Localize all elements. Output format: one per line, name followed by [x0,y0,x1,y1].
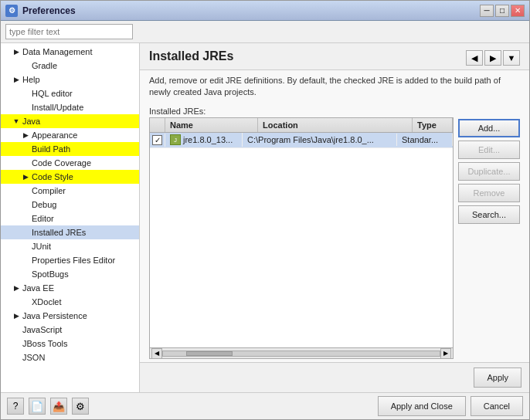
row-type: Standar... [397,134,453,146]
sidebar-item-installed-jres[interactable]: Installed JREs [1,225,139,239]
help-icon[interactable]: ? [7,398,24,415]
sidebar-item-label: Data Management [22,47,93,56]
scroll-right-button[interactable]: ▶ [440,348,451,359]
window-title: Preferences [22,5,480,16]
search-button[interactable]: Search... [458,205,520,224]
right-action-buttons: Add... Edit... Duplicate... Remove Searc… [458,117,520,359]
sidebar-item-build-path[interactable]: Build Path [1,142,139,156]
edit-button[interactable]: Edit... [458,141,520,159]
nav-buttons: ◀ ▶ ▼ [466,50,520,66]
sidebar-item-label: Java [22,117,40,126]
sidebar-item-help[interactable]: ▶ Help [1,73,139,86]
jre-name-cell: J jre1.8.0_13... [170,134,237,145]
expand-arrow [12,325,21,334]
remove-button[interactable]: Remove [458,184,520,202]
sidebar-item-spotbugs[interactable]: SpotBugs [1,267,139,281]
sidebar-item-label: Code Style [32,172,73,181]
expand-arrow [21,186,30,195]
sidebar-item-label: Build Path [32,144,70,154]
sidebar-item-label: SpotBugs [32,269,69,279]
table-header: Name Location Type [150,118,453,133]
forward-button[interactable]: ▶ [484,50,501,66]
close-button[interactable]: ✕ [511,5,525,17]
sidebar-item-debug[interactable]: Debug [1,198,139,212]
th-type[interactable]: Type [413,118,453,132]
sidebar-item-java-persistence[interactable]: ▶ Java Persistence [1,309,139,323]
export-icon[interactable]: 📄 [29,398,46,415]
apply-bar: Apply [140,362,529,392]
cancel-button[interactable]: Cancel [471,396,523,416]
sidebar-item-label: XDoclet [32,297,62,307]
sidebar-item-label: Java Persistence [22,311,87,320]
maximize-button[interactable]: □ [495,5,509,17]
sidebar-item-json[interactable]: JSON [1,351,139,364]
expand-arrow [21,103,30,112]
sidebar-item-gradle[interactable]: Gradle [1,59,139,73]
sidebar-item-editor[interactable]: Editor [1,212,139,225]
sidebar-item-javascript[interactable]: JavaScript [1,323,139,337]
sidebar-item-label: JBoss Tools [22,339,68,348]
sidebar-item-label: Code Coverage [32,158,91,168]
expand-arrow: ▶ [21,130,30,140]
expand-arrow: ▶ [12,75,21,84]
back-button[interactable]: ◀ [466,50,483,66]
apply-and-close-button[interactable]: Apply and Close [378,396,466,416]
scrollbar-thumb[interactable] [186,351,233,356]
expand-arrow: ▶ [12,311,21,320]
sidebar-item-install-update[interactable]: Install/Update [1,100,139,114]
jre-area: Name Location Type ✓ J jre1 [140,117,529,362]
sidebar-item-label: JUnit [32,242,51,251]
jre-table: Name Location Type ✓ J jre1 [149,117,454,359]
horizontal-scrollbar[interactable]: ◀ ▶ [150,347,453,358]
body-area: ▶ Data Management Gradle ▶ Help HQL edit… [1,43,529,392]
sidebar-item-label: Java EE [22,283,54,293]
sidebar-item-code-style[interactable]: ▶ Code Style [1,170,139,184]
sidebar-item-label: Installed JREs [32,228,86,237]
preferences-window: ⚙ Preferences ─ □ ✕ ▶ Data Management Gr… [0,0,530,420]
th-check [150,118,165,132]
import-icon[interactable]: 📤 [50,398,67,415]
sidebar-item-jboss-tools[interactable]: JBoss Tools [1,337,139,351]
settings-icon[interactable]: ⚙ [72,398,89,415]
sidebar-item-label: Help [22,75,40,84]
checkbox[interactable]: ✓ [152,135,162,145]
sidebar: ▶ Data Management Gradle ▶ Help HQL edit… [1,43,140,392]
expand-arrow: ▶ [12,283,21,293]
sidebar-item-label: Install/Update [32,103,83,112]
apply-button[interactable]: Apply [474,368,522,388]
th-name[interactable]: Name [165,118,258,132]
expand-arrow: ▶ [12,47,21,56]
sidebar-item-java[interactable]: ▼ Java [1,114,139,128]
filter-input[interactable] [5,24,133,39]
sidebar-item-compiler[interactable]: Compiler [1,184,139,198]
window-icon: ⚙ [5,5,18,17]
sidebar-item-junit[interactable]: JUnit [1,239,139,253]
expand-arrow [21,256,30,265]
sidebar-item-data-management[interactable]: ▶ Data Management [1,45,139,59]
scroll-left-button[interactable]: ◀ [151,348,162,359]
sidebar-item-code-coverage[interactable]: Code Coverage [1,156,139,170]
scrollbar-track[interactable] [162,351,440,357]
sidebar-item-appearance[interactable]: ▶ Appearance [1,128,139,142]
sidebar-item-label: JavaScript [22,325,62,334]
expand-arrow [12,339,21,348]
table-row[interactable]: ✓ J jre1.8.0_13... C:\Program Files\Java… [150,133,453,148]
add-button[interactable]: Add... [458,119,520,137]
sidebar-item-java-ee[interactable]: ▶ Java EE [1,281,139,295]
table-body: ✓ J jre1.8.0_13... C:\Program Files\Java… [150,133,453,347]
expand-arrow: ▼ [12,117,21,126]
expand-arrow [21,297,30,307]
content-panel: Installed JREs ◀ ▶ ▼ Add, remove or edit… [140,43,529,392]
th-location[interactable]: Location [258,118,413,132]
menu-button[interactable]: ▼ [503,50,520,66]
minimize-button[interactable]: ─ [480,5,494,17]
sidebar-item-properties-files-editor[interactable]: Properties Files Editor [1,253,139,267]
jre-icon: J [170,134,181,145]
title-bar: ⚙ Preferences ─ □ ✕ [1,1,529,21]
duplicate-button[interactable]: Duplicate... [458,162,520,181]
sidebar-item-hql-editor[interactable]: HQL editor [1,86,139,100]
sidebar-item-xdoclet[interactable]: XDoclet [1,295,139,309]
expand-arrow [21,269,30,279]
sidebar-item-label: Properties Files Editor [32,256,115,265]
row-checkbox[interactable]: ✓ [150,134,165,147]
